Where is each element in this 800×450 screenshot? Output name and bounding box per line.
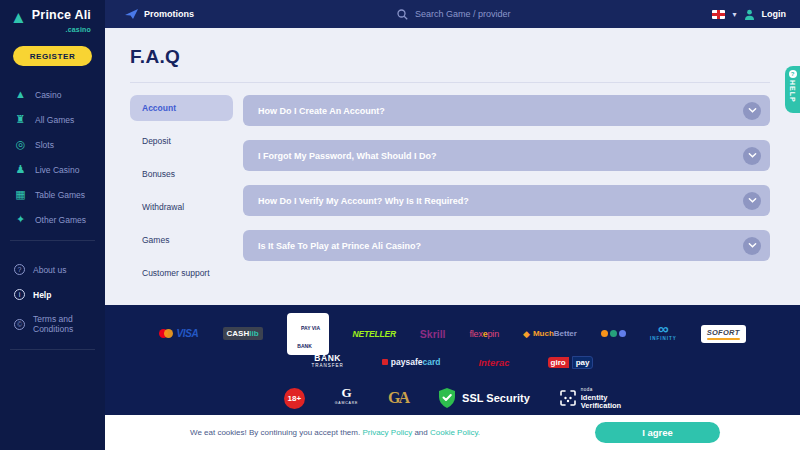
gamcare-icon: G — [341, 388, 351, 398]
title-divider — [130, 82, 770, 83]
register-button[interactable]: REGISTER — [13, 46, 92, 66]
identity-label: noda Identity Verification — [581, 386, 621, 410]
muchbetter-label2: Better — [554, 329, 577, 338]
card-circles-icon — [159, 329, 173, 338]
infinity-label: INFINITY — [650, 334, 677, 344]
sidebar-item-label: All Games — [35, 115, 74, 125]
cashlib-label: CASH — [227, 329, 250, 338]
cookie-consent-bar: We eat cookies! By continuing you accept… — [105, 415, 800, 450]
faq-category-tabs: Account Deposit Bonuses Withdrawal Games… — [130, 95, 233, 293]
gamcare-badge[interactable]: G GAMCARE — [335, 388, 358, 408]
faq-list: How Do I Create An Account? I Forgot My … — [243, 95, 770, 293]
genie-lamp-icon: ✦ — [14, 214, 27, 225]
cashlib-logo: CASHlib — [223, 327, 263, 340]
search-input[interactable] — [415, 9, 585, 19]
age-18-badge: 18+ — [284, 388, 305, 409]
giro-label: giro — [548, 357, 569, 368]
pay-via-label: PAY VIA — [301, 325, 320, 331]
sidebar-divider — [10, 349, 95, 350]
tab-customer-support[interactable]: Customer support — [130, 260, 233, 286]
gamcare-label: GAMCARE — [335, 398, 358, 408]
paysafecard-icon — [382, 359, 388, 365]
cookie-text: We eat cookies! By continuing you accept… — [190, 428, 362, 437]
faq-question: How Do I Create An Account? — [258, 106, 385, 116]
chevron-down-icon — [748, 241, 757, 250]
sidebar-item-label: Other Games — [35, 215, 86, 225]
brand-logo[interactable]: ▲ Prince Ali .casino — [0, 0, 105, 36]
login-button[interactable]: Login — [762, 9, 787, 19]
chevron-down-icon — [748, 106, 757, 115]
tab-deposit[interactable]: Deposit — [130, 128, 233, 154]
visa-logo: VISA — [159, 328, 198, 339]
sidebar-item-casino[interactable]: ▲ Casino — [0, 82, 105, 107]
sidebar-item-help[interactable]: i Help — [0, 282, 105, 307]
sidebar-item-label: About us — [33, 265, 67, 275]
ssl-shield-icon — [438, 388, 456, 408]
language-flag-icon[interactable] — [712, 10, 725, 19]
expand-chevron-button[interactable] — [743, 192, 761, 210]
tab-account[interactable]: Account — [130, 95, 233, 121]
sidebar-item-live-casino[interactable]: ♟ Live Casino — [0, 157, 105, 182]
sidebar-item-label: Casino — [35, 90, 61, 100]
sidebar-item-label: Slots — [35, 140, 54, 150]
privacy-policy-link[interactable]: Privacy Policy — [362, 428, 412, 437]
muchbetter-icon: ◆ — [523, 329, 530, 339]
faq-question: I Forgot My Password, What Should I Do? — [258, 151, 437, 161]
tab-bonuses[interactable]: Bonuses — [130, 161, 233, 187]
gamblers-anonymous-badge[interactable]: GA — [388, 389, 408, 407]
sidebar-secondary-nav: ? About us i Help © Terms and Conditions — [0, 257, 105, 341]
bank-transfer-label2: TRANSFER — [312, 362, 344, 370]
payment-logos-row2: BANK TRANSFER paysafecard Interac giropa… — [105, 349, 800, 375]
help-floating-tab[interactable]: ? HELP — [785, 66, 800, 113]
tab-withdrawal[interactable]: Withdrawal — [130, 194, 233, 220]
sofort-logo: SOFORT — [701, 325, 746, 343]
paysafe-label: paysafe — [391, 357, 423, 367]
sidebar-item-all-games[interactable]: ♜ All Games — [0, 107, 105, 132]
cookie-agree-button[interactable]: I agree — [595, 422, 720, 443]
language-chevron-down-icon[interactable]: ▾ — [732, 10, 736, 19]
tab-games[interactable]: Games — [130, 227, 233, 253]
faq-item[interactable]: How Do I Create An Account? — [243, 95, 770, 126]
sofort-label: SOFORT — [707, 328, 740, 337]
faq-question: How Do I Verify My Account? Why Is It Re… — [258, 196, 469, 206]
expand-chevron-button[interactable] — [743, 147, 761, 165]
brand-suffix: .casino — [32, 23, 91, 36]
crypto-coins-icon — [601, 330, 626, 337]
scan-frame-icon — [560, 390, 576, 406]
topbar: Promotions ▾ Login — [105, 0, 800, 28]
cookie-policy-link[interactable]: Cookie Policy. — [430, 428, 480, 437]
faq-item[interactable]: I Forgot My Password, What Should I Do? — [243, 140, 770, 171]
faq-item[interactable]: Is It Safe To Play at Prince Ali Casino? — [243, 230, 770, 261]
visa-label: VISA — [176, 328, 198, 339]
interac-logo: Interac — [478, 357, 509, 368]
flexepin-logo: flexepin — [470, 329, 499, 339]
sidebar-item-slots[interactable]: ◎ Slots — [0, 132, 105, 157]
promotions-link[interactable]: Promotions — [125, 9, 194, 19]
expand-chevron-button[interactable] — [743, 102, 761, 120]
casino-icon: ▲ — [14, 89, 27, 100]
cookie-connector: and — [412, 428, 430, 437]
search-box — [397, 0, 585, 28]
sidebar-item-terms[interactable]: © Terms and Conditions — [0, 307, 105, 341]
sidebar-item-label: Table Games — [35, 190, 85, 200]
page-title: F.A.Q — [130, 46, 770, 68]
sidebar-item-label: Terms and Conditions — [33, 314, 85, 334]
infinity-logo: ∞ INFINITY — [650, 324, 677, 344]
neteller-logo: NETELLER — [353, 329, 396, 339]
help-tab-label: HELP — [789, 80, 796, 103]
sidebar-nav: ▲ Casino ♜ All Games ◎ Slots ♟ Live Casi… — [0, 82, 105, 232]
faq-item[interactable]: How Do I Verify My Account? Why Is It Re… — [243, 185, 770, 216]
flexepin-label: flex — [470, 329, 483, 339]
faq-layout: Account Deposit Bonuses Withdrawal Games… — [130, 95, 770, 293]
identity-verification-badge: noda Identity Verification — [560, 386, 621, 410]
sidebar-item-table-games[interactable]: ▦ Table Games — [0, 182, 105, 207]
expand-chevron-button[interactable] — [743, 237, 761, 255]
sidebar-item-about-us[interactable]: ? About us — [0, 257, 105, 282]
muchbetter-logo: ◆ MuchBetter — [523, 329, 577, 339]
flexepin-label: pin — [488, 329, 499, 339]
question-circle-icon: ? — [14, 264, 25, 275]
sidebar-item-other-games[interactable]: ✦ Other Games — [0, 207, 105, 232]
chevron-down-icon — [748, 151, 757, 160]
bank-transfer-label1: BANK — [312, 354, 344, 362]
chevron-down-icon — [748, 196, 757, 205]
